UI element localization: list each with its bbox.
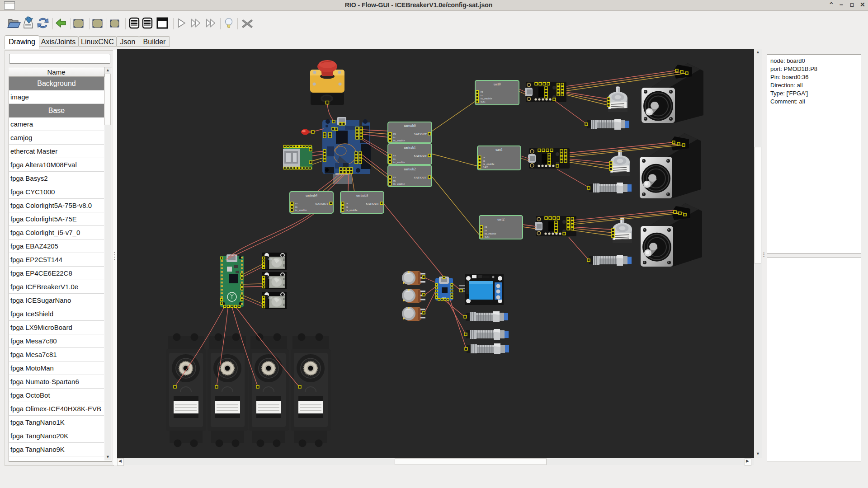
svg-text:tx: tx	[393, 179, 396, 182]
svg-text:tx_enable: tx_enable	[295, 208, 307, 211]
svg-text:rx: rx	[393, 175, 396, 178]
svg-text:rx: rx	[295, 202, 298, 205]
svg-text:tx: tx	[393, 157, 396, 160]
svg-text:tx_enable: tx_enable	[481, 97, 492, 100]
svg-text:GND: GND	[268, 258, 273, 260]
svg-text:SAT: SAT	[485, 235, 490, 238]
svg-text:SAT:OUT: SAT:OUT	[414, 154, 427, 158]
svg-text:SAT: SAT	[483, 165, 488, 169]
svg-text:tx: tx	[295, 205, 298, 208]
svg-text:tx_enable: tx_enable	[346, 208, 357, 211]
svg-text:SAT:OUT: SAT:OUT	[366, 202, 379, 206]
svg-text:GND: GND	[268, 297, 273, 300]
svg-text:tx_enable: tx_enable	[393, 160, 405, 164]
svg-text:rx: rx	[483, 155, 486, 159]
svg-text:uartsub4: uartsub4	[306, 193, 317, 197]
svg-text:tx: tx	[483, 159, 486, 162]
svg-text:rx: rx	[481, 90, 483, 93]
svg-text:SAT:OUT: SAT:OUT	[414, 176, 427, 179]
svg-text:tx_enable: tx_enable	[483, 162, 494, 165]
svg-text:uart1: uart1	[495, 148, 503, 152]
svg-text:SAT: SAT	[481, 100, 486, 103]
svg-text:uartsub3: uartsub3	[356, 193, 368, 197]
svg-text:uartsub1: uartsub1	[404, 145, 416, 150]
svg-text:uart2: uart2	[497, 217, 505, 221]
svg-text:rx: rx	[346, 202, 349, 205]
svg-text:tx: tx	[346, 205, 349, 208]
svg-text:SAT:OUT: SAT:OUT	[414, 132, 427, 136]
svg-text:tx: tx	[485, 229, 487, 232]
svg-text:GND: GND	[268, 277, 273, 280]
svg-text:SAT:OUT: SAT:OUT	[316, 202, 329, 206]
svg-text:tx_enable: tx_enable	[485, 232, 496, 235]
svg-text:tx_enable: tx_enable	[393, 139, 405, 142]
svg-text:tx: tx	[393, 136, 396, 139]
svg-text:tx_enable: tx_enable	[393, 182, 405, 185]
svg-text:uart0: uart0	[494, 82, 501, 86]
svg-text:uartsub0: uartsub0	[404, 124, 416, 128]
svg-text:rx: rx	[393, 132, 396, 135]
svg-text:uartsub2: uartsub2	[404, 167, 416, 171]
svg-text:rx: rx	[393, 154, 396, 157]
svg-text:tx: tx	[481, 94, 483, 97]
svg-text:rx: rx	[485, 225, 487, 228]
